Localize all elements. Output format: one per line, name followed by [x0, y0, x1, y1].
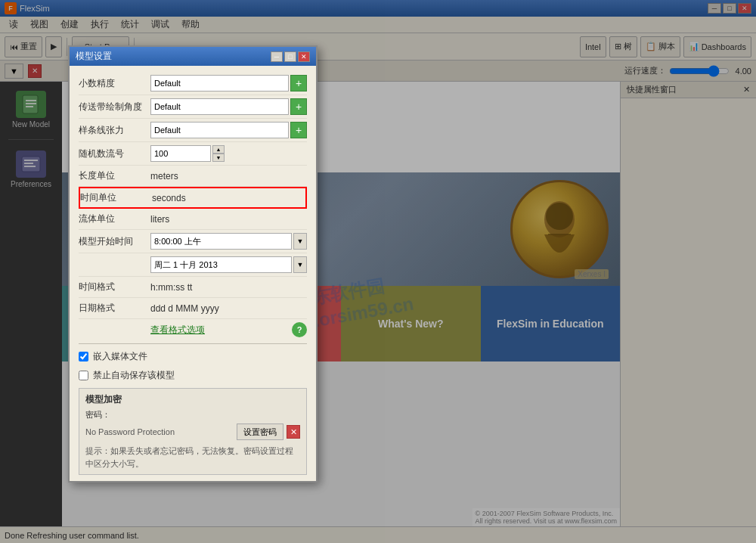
- embed-media-label: 嵌入媒体文件: [93, 350, 147, 363]
- main-window: F FlexSim ─ □ ✕ 读 视图 创建 执行 统计 调试 帮助 ⏮ 重置…: [0, 0, 756, 543]
- date-format-value: ddd d MMM yyyy: [150, 303, 307, 314]
- dialog-close-btn[interactable]: ✕: [298, 51, 310, 62]
- dialog-max-btn[interactable]: □: [284, 51, 296, 62]
- sample-tension-input-group: +: [150, 122, 307, 138]
- disable-autosave-row: 禁止自动保存该模型: [79, 366, 307, 385]
- length-unit-label: 长度单位: [79, 169, 150, 182]
- length-unit-value: meters: [150, 171, 307, 182]
- spin-down[interactable]: ▼: [212, 154, 225, 162]
- random-seed-input[interactable]: [150, 145, 211, 162]
- sample-tension-input[interactable]: [150, 122, 289, 138]
- password-clear-btn[interactable]: ✕: [287, 425, 300, 439]
- disable-autosave-label: 禁止自动保存该模型: [93, 369, 175, 382]
- conveyor-angle-input-group: +: [150, 98, 307, 115]
- conveyor-angle-label: 传送带绘制角度: [79, 101, 150, 113]
- decimal-precision-label: 小数精度: [79, 77, 150, 90]
- conveyor-angle-add[interactable]: +: [290, 98, 307, 115]
- spin-up[interactable]: ▲: [212, 145, 225, 154]
- section-div1: [79, 343, 307, 344]
- time-unit-label: 时间单位: [80, 191, 152, 204]
- random-seed-input-group: ▲ ▼: [150, 145, 225, 162]
- model-settings-dialog: 模型设置 ─ □ ✕ 小数精度 + 传送带绘制角度: [68, 45, 318, 482]
- hint-text: 提示：如果丢失或者忘记密码，无法恢复。密码设置过程中区分大小写。: [85, 445, 300, 470]
- decimal-precision-input-group: +: [150, 75, 307, 92]
- decimal-precision-input[interactable]: [150, 75, 289, 92]
- decimal-precision-row: 小数精度 +: [79, 72, 307, 95]
- view-format-label: 查看格式选项: [150, 324, 289, 337]
- conveyor-angle-row: 传送带绘制角度 +: [79, 95, 307, 119]
- start-date-arrow[interactable]: ▼: [293, 256, 307, 273]
- start-date-input[interactable]: [150, 256, 292, 273]
- password-label: 密码：: [85, 409, 300, 420]
- password-section: 模型加密 密码： No Password Protection 设置密码 ✕ 提…: [79, 388, 307, 475]
- random-seed-spin: ▲ ▼: [212, 145, 225, 162]
- time-format-label: 时间格式: [79, 281, 150, 293]
- start-date-row: ▼: [79, 253, 307, 277]
- start-time-row: 模型开始时间 ▼: [79, 230, 307, 253]
- embed-media-checkbox[interactable]: [79, 352, 88, 361]
- start-time-arrow[interactable]: ▼: [293, 233, 307, 250]
- view-format-row: 查看格式选项 ?: [79, 319, 307, 340]
- sample-tension-row: 样条线张力 +: [79, 119, 307, 142]
- no-password-text: No Password Protection: [85, 427, 234, 436]
- set-password-btn[interactable]: 设置密码: [237, 424, 284, 440]
- password-row: No Password Protection 设置密码 ✕: [85, 424, 300, 440]
- random-seed-row: 随机数流号 ▲ ▼: [79, 142, 307, 166]
- date-format-row: 日期格式 ddd d MMM yyyy: [79, 298, 307, 319]
- date-format-label: 日期格式: [79, 302, 150, 315]
- fluid-unit-label: 流体单位: [79, 213, 150, 225]
- random-seed-label: 随机数流号: [79, 147, 150, 160]
- fluid-unit-row: 流体单位 liters: [79, 209, 307, 230]
- view-format-help[interactable]: ?: [292, 322, 307, 337]
- encrypt-title: 模型加密: [85, 393, 300, 406]
- dialog-title-text: 模型设置: [76, 50, 112, 63]
- conveyor-angle-input[interactable]: [150, 98, 289, 115]
- start-time-input[interactable]: [150, 233, 292, 250]
- dialog-body: 小数精度 + 传送带绘制角度 + 样条线张力 +: [70, 66, 316, 481]
- decimal-precision-add[interactable]: +: [290, 75, 307, 92]
- time-unit-row: 时间单位 seconds: [79, 187, 307, 209]
- length-unit-row: 长度单位 meters: [79, 166, 307, 187]
- start-time-input-group: ▼: [150, 233, 307, 250]
- time-format-row: 时间格式 h:mm:ss tt: [79, 277, 307, 298]
- start-time-label: 模型开始时间: [79, 235, 150, 248]
- disable-autosave-checkbox[interactable]: [79, 371, 88, 380]
- fluid-unit-value: liters: [150, 214, 307, 225]
- start-date-input-group: ▼: [150, 256, 307, 273]
- embed-media-row: 嵌入媒体文件: [79, 347, 307, 366]
- dialog-title-btns: ─ □ ✕: [271, 51, 310, 62]
- time-unit-value: seconds: [152, 193, 305, 203]
- dialog-min-btn[interactable]: ─: [271, 51, 283, 62]
- sample-tension-add[interactable]: +: [290, 122, 307, 138]
- sample-tension-label: 样条线张力: [79, 124, 150, 137]
- dialog-title-bar: 模型设置 ─ □ ✕: [70, 47, 316, 66]
- time-format-value: h:mm:ss tt: [150, 282, 307, 293]
